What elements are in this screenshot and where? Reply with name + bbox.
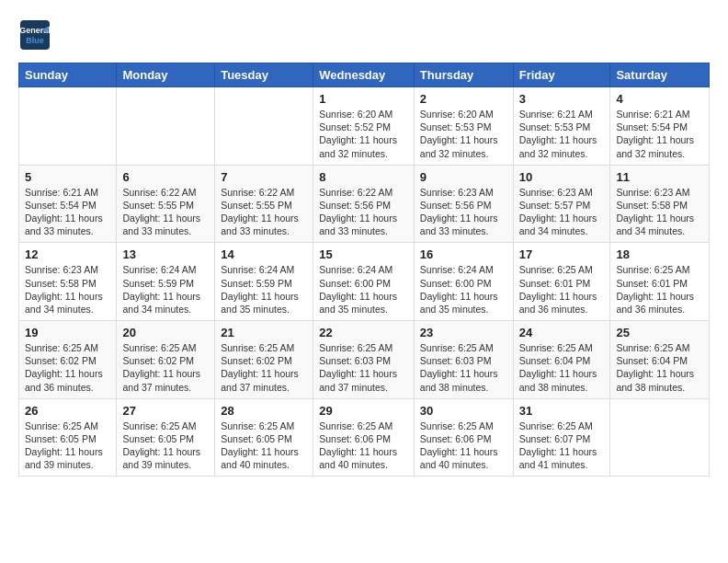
day-info: Sunrise: 6:25 AM Sunset: 6:01 PM Dayligh… <box>616 263 703 316</box>
calendar-cell: 19Sunrise: 6:25 AM Sunset: 6:02 PM Dayli… <box>19 321 117 399</box>
calendar-cell: 16Sunrise: 6:24 AM Sunset: 6:00 PM Dayli… <box>414 243 513 321</box>
calendar-cell: 6Sunrise: 6:22 AM Sunset: 5:55 PM Daylig… <box>117 165 215 243</box>
day-number: 25 <box>616 326 703 339</box>
calendar-cell: 25Sunrise: 6:25 AM Sunset: 6:04 PM Dayli… <box>610 321 710 399</box>
day-info: Sunrise: 6:25 AM Sunset: 6:02 PM Dayligh… <box>25 341 110 394</box>
weekday-header-thursday: Thursday <box>414 63 513 87</box>
calendar-cell: 28Sunrise: 6:25 AM Sunset: 6:05 PM Dayli… <box>215 398 313 477</box>
day-info: Sunrise: 6:24 AM Sunset: 6:00 PM Dayligh… <box>319 263 408 316</box>
day-number: 6 <box>122 170 209 184</box>
calendar-cell: 2Sunrise: 6:20 AM Sunset: 5:53 PM Daylig… <box>414 87 513 166</box>
calendar-week-1: 5Sunrise: 6:21 AM Sunset: 5:54 PM Daylig… <box>19 165 710 243</box>
day-info: Sunrise: 6:21 AM Sunset: 5:53 PM Dayligh… <box>519 108 605 160</box>
calendar-cell: 11Sunrise: 6:23 AM Sunset: 5:58 PM Dayli… <box>610 165 710 243</box>
day-number: 27 <box>122 404 209 418</box>
calendar-table: SundayMondayTuesdayWednesdayThursdayFrid… <box>18 63 710 477</box>
day-info: Sunrise: 6:25 AM Sunset: 6:06 PM Dayligh… <box>420 419 507 472</box>
day-number: 13 <box>122 247 209 261</box>
day-info: Sunrise: 6:24 AM Sunset: 5:59 PM Dayligh… <box>122 263 209 316</box>
day-info: Sunrise: 6:25 AM Sunset: 6:05 PM Dayligh… <box>122 419 209 472</box>
day-number: 3 <box>519 92 605 106</box>
day-number: 18 <box>616 247 703 261</box>
day-info: Sunrise: 6:23 AM Sunset: 5:58 PM Dayligh… <box>616 186 703 238</box>
day-number: 8 <box>319 170 408 184</box>
weekday-header-wednesday: Wednesday <box>313 63 415 87</box>
calendar-week-4: 26Sunrise: 6:25 AM Sunset: 6:05 PM Dayli… <box>19 398 710 477</box>
day-info: Sunrise: 6:23 AM Sunset: 5:56 PM Dayligh… <box>420 186 507 238</box>
weekday-header-saturday: Saturday <box>610 63 710 87</box>
day-info: Sunrise: 6:25 AM Sunset: 6:04 PM Dayligh… <box>616 341 703 394</box>
day-info: Sunrise: 6:21 AM Sunset: 5:54 PM Dayligh… <box>25 186 110 238</box>
calendar-cell: 8Sunrise: 6:22 AM Sunset: 5:56 PM Daylig… <box>313 165 415 243</box>
calendar-header: SundayMondayTuesdayWednesdayThursdayFrid… <box>19 63 710 87</box>
day-number: 15 <box>319 247 408 261</box>
calendar-week-0: 1Sunrise: 6:20 AM Sunset: 5:52 PM Daylig… <box>19 87 710 166</box>
day-info: Sunrise: 6:25 AM Sunset: 6:05 PM Dayligh… <box>221 419 307 472</box>
calendar-cell: 7Sunrise: 6:22 AM Sunset: 5:55 PM Daylig… <box>215 165 313 243</box>
calendar-cell <box>610 398 710 477</box>
day-info: Sunrise: 6:25 AM Sunset: 6:04 PM Dayligh… <box>519 341 605 394</box>
calendar-cell: 3Sunrise: 6:21 AM Sunset: 5:53 PM Daylig… <box>513 87 610 166</box>
day-info: Sunrise: 6:22 AM Sunset: 5:55 PM Dayligh… <box>221 186 307 238</box>
day-number: 10 <box>519 170 605 184</box>
calendar-cell <box>117 87 215 166</box>
weekday-header-tuesday: Tuesday <box>215 63 313 87</box>
day-number: 7 <box>221 170 307 184</box>
day-number: 16 <box>420 247 507 261</box>
weekday-row: SundayMondayTuesdayWednesdayThursdayFrid… <box>19 63 710 87</box>
day-info: Sunrise: 6:24 AM Sunset: 5:59 PM Dayligh… <box>221 263 307 316</box>
calendar-cell: 14Sunrise: 6:24 AM Sunset: 5:59 PM Dayli… <box>215 243 313 321</box>
calendar-cell: 24Sunrise: 6:25 AM Sunset: 6:04 PM Dayli… <box>513 321 610 399</box>
day-info: Sunrise: 6:20 AM Sunset: 5:52 PM Dayligh… <box>319 108 408 160</box>
day-number: 19 <box>25 326 110 339</box>
header: General Blue <box>18 18 710 52</box>
day-number: 9 <box>420 170 507 184</box>
calendar-cell: 10Sunrise: 6:23 AM Sunset: 5:57 PM Dayli… <box>513 165 610 243</box>
day-number: 29 <box>319 404 408 418</box>
day-info: Sunrise: 6:23 AM Sunset: 5:57 PM Dayligh… <box>519 186 605 238</box>
calendar-cell <box>19 87 117 166</box>
day-number: 17 <box>519 247 605 261</box>
day-number: 23 <box>420 326 507 339</box>
day-number: 20 <box>122 326 209 339</box>
calendar-body: 1Sunrise: 6:20 AM Sunset: 5:52 PM Daylig… <box>19 87 710 477</box>
calendar-cell: 21Sunrise: 6:25 AM Sunset: 6:02 PM Dayli… <box>215 321 313 399</box>
day-number: 26 <box>25 404 110 418</box>
weekday-header-friday: Friday <box>513 63 610 87</box>
calendar-cell: 15Sunrise: 6:24 AM Sunset: 6:00 PM Dayli… <box>313 243 415 321</box>
calendar-cell: 12Sunrise: 6:23 AM Sunset: 5:58 PM Dayli… <box>19 243 117 321</box>
day-number: 2 <box>420 92 507 106</box>
day-number: 5 <box>25 170 110 184</box>
calendar-cell: 1Sunrise: 6:20 AM Sunset: 5:52 PM Daylig… <box>313 87 415 166</box>
day-number: 24 <box>519 326 605 339</box>
calendar-cell: 20Sunrise: 6:25 AM Sunset: 6:02 PM Dayli… <box>117 321 215 399</box>
day-number: 1 <box>319 92 408 106</box>
day-info: Sunrise: 6:22 AM Sunset: 5:56 PM Dayligh… <box>319 186 408 238</box>
day-info: Sunrise: 6:23 AM Sunset: 5:58 PM Dayligh… <box>25 263 110 316</box>
calendar-cell: 9Sunrise: 6:23 AM Sunset: 5:56 PM Daylig… <box>414 165 513 243</box>
day-number: 31 <box>519 404 605 418</box>
day-info: Sunrise: 6:20 AM Sunset: 5:53 PM Dayligh… <box>420 108 507 160</box>
logo-icon: General Blue <box>18 18 51 52</box>
calendar-cell: 4Sunrise: 6:21 AM Sunset: 5:54 PM Daylig… <box>610 87 710 166</box>
weekday-header-sunday: Sunday <box>19 63 117 87</box>
day-info: Sunrise: 6:25 AM Sunset: 6:01 PM Dayligh… <box>519 263 605 316</box>
svg-rect-0 <box>20 20 50 50</box>
day-number: 4 <box>616 92 703 106</box>
calendar-cell: 30Sunrise: 6:25 AM Sunset: 6:06 PM Dayli… <box>414 398 513 477</box>
day-info: Sunrise: 6:25 AM Sunset: 6:02 PM Dayligh… <box>122 341 209 394</box>
day-info: Sunrise: 6:25 AM Sunset: 6:07 PM Dayligh… <box>519 419 605 472</box>
calendar-cell: 23Sunrise: 6:25 AM Sunset: 6:03 PM Dayli… <box>414 321 513 399</box>
calendar-cell: 13Sunrise: 6:24 AM Sunset: 5:59 PM Dayli… <box>117 243 215 321</box>
calendar-cell: 31Sunrise: 6:25 AM Sunset: 6:07 PM Dayli… <box>513 398 610 477</box>
calendar-cell: 29Sunrise: 6:25 AM Sunset: 6:06 PM Dayli… <box>313 398 415 477</box>
svg-text:Blue: Blue <box>26 36 44 45</box>
day-info: Sunrise: 6:25 AM Sunset: 6:02 PM Dayligh… <box>221 341 307 394</box>
calendar-cell: 22Sunrise: 6:25 AM Sunset: 6:03 PM Dayli… <box>313 321 415 399</box>
page: General Blue SundayMondayTuesdayWednesda… <box>0 0 728 495</box>
calendar-cell <box>215 87 313 166</box>
day-number: 12 <box>25 247 110 261</box>
calendar-cell: 18Sunrise: 6:25 AM Sunset: 6:01 PM Dayli… <box>610 243 710 321</box>
calendar-cell: 26Sunrise: 6:25 AM Sunset: 6:05 PM Dayli… <box>19 398 117 477</box>
calendar-cell: 5Sunrise: 6:21 AM Sunset: 5:54 PM Daylig… <box>19 165 117 243</box>
